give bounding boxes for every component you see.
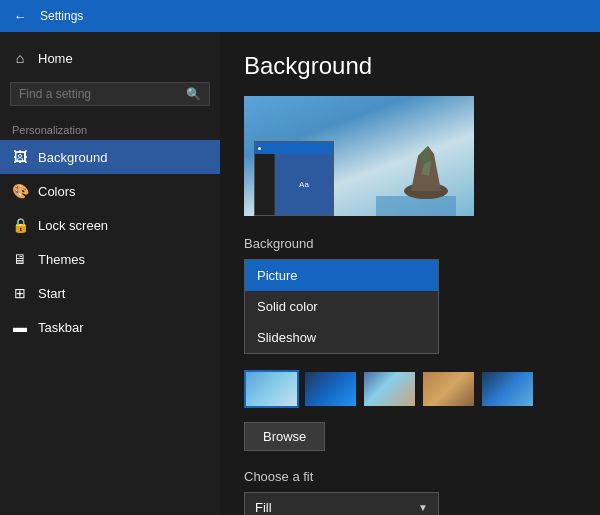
island-svg	[376, 126, 456, 216]
sidebar-item-themes[interactable]: 🖥 Themes	[0, 242, 220, 276]
thumb-inner-4	[482, 372, 533, 406]
sidebar-item-lock-screen[interactable]: 🔒 Lock screen	[0, 208, 220, 242]
sidebar-item-colors[interactable]: 🎨 Colors	[0, 174, 220, 208]
fit-label: Choose a fit	[244, 469, 576, 484]
title-bar-label: Settings	[40, 9, 83, 23]
sidebar-item-home[interactable]: ⌂ Home	[0, 40, 220, 76]
colors-nav-label: Colors	[38, 184, 76, 199]
themes-nav-icon: 🖥	[12, 251, 28, 267]
main-layout: ⌂ Home 🔍 Personalization 🖼 Background 🎨 …	[0, 32, 600, 515]
mini-content: Aa	[275, 154, 333, 215]
content-area: Background	[220, 32, 600, 515]
background-dropdown[interactable]: Picture Solid color Slideshow	[244, 259, 439, 354]
thumbnail-1[interactable]	[303, 370, 358, 408]
sidebar-home-label: Home	[38, 51, 73, 66]
sidebar-item-taskbar[interactable]: ▬ Taskbar	[0, 310, 220, 344]
background-dropdown-label: Background	[244, 236, 576, 251]
sidebar-item-background[interactable]: 🖼 Background	[0, 140, 220, 174]
mini-screen-body: Aa	[255, 154, 333, 215]
start-nav-icon: ⊞	[12, 285, 28, 301]
dropdown-options-list: Picture Solid color Slideshow	[244, 259, 439, 354]
mini-screen-titlebar	[255, 142, 333, 154]
back-icon: ←	[14, 9, 27, 24]
thumbnail-row	[244, 370, 576, 408]
themes-nav-label: Themes	[38, 252, 85, 267]
title-bar: ← Settings	[0, 0, 600, 32]
dropdown-option-picture[interactable]: Picture	[245, 260, 438, 291]
page-title: Background	[244, 52, 576, 80]
chevron-down-icon: ▼	[418, 502, 428, 513]
thumbnail-2[interactable]	[362, 370, 417, 408]
sidebar: ⌂ Home 🔍 Personalization 🖼 Background 🎨 …	[0, 32, 220, 515]
fit-value: Fill	[255, 500, 272, 515]
svg-rect-0	[376, 196, 456, 216]
browse-button[interactable]: Browse	[244, 422, 325, 451]
thumbnail-3[interactable]	[421, 370, 476, 408]
sidebar-item-start[interactable]: ⊞ Start	[0, 276, 220, 310]
fit-dropdown[interactable]: Fill ▼	[244, 492, 439, 515]
mini-aa-text: Aa	[299, 180, 309, 189]
lock-screen-nav-icon: 🔒	[12, 217, 28, 233]
search-box[interactable]: 🔍	[10, 82, 210, 106]
mini-sidebar	[255, 154, 275, 215]
taskbar-nav-label: Taskbar	[38, 320, 84, 335]
lock-screen-nav-label: Lock screen	[38, 218, 108, 233]
colors-nav-icon: 🎨	[12, 183, 28, 199]
search-icon: 🔍	[186, 87, 201, 101]
background-nav-label: Background	[38, 150, 107, 165]
thumbnail-0[interactable]	[244, 370, 299, 408]
thumb-inner-0	[246, 372, 297, 406]
preview-mini-screen: Aa	[254, 141, 334, 216]
section-label: Personalization	[0, 116, 220, 140]
thumb-inner-2	[364, 372, 415, 406]
back-button[interactable]: ←	[10, 6, 30, 26]
thumb-inner-1	[305, 372, 356, 406]
background-nav-icon: 🖼	[12, 149, 28, 165]
dropdown-option-slideshow[interactable]: Slideshow	[245, 322, 438, 353]
background-preview: Aa	[244, 96, 474, 216]
taskbar-nav-icon: ▬	[12, 319, 28, 335]
mini-bar-dots	[258, 147, 261, 150]
home-icon: ⌂	[12, 50, 28, 66]
preview-bg-image: Aa	[244, 96, 474, 216]
thumb-inner-3	[423, 372, 474, 406]
thumbnail-4[interactable]	[480, 370, 535, 408]
dropdown-option-solid-color[interactable]: Solid color	[245, 291, 438, 322]
mini-dot-1	[258, 147, 261, 150]
search-input[interactable]	[19, 87, 186, 101]
start-nav-label: Start	[38, 286, 65, 301]
